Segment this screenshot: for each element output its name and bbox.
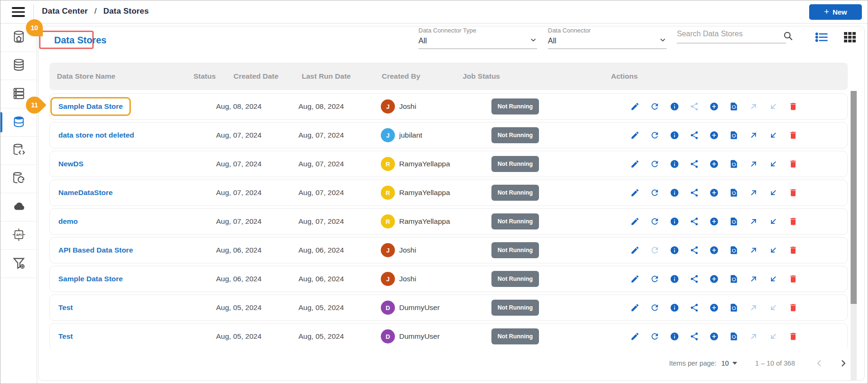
sidebar-item-databases[interactable] xyxy=(0,52,37,80)
share-icon[interactable] xyxy=(690,332,699,341)
data-store-link[interactable]: data store not deleted xyxy=(58,131,134,139)
sidebar-item-cloud[interactable] xyxy=(0,193,37,221)
arrow-down-left-icon[interactable] xyxy=(769,159,778,169)
restore-file-icon[interactable] xyxy=(729,303,739,312)
add-circle-icon[interactable] xyxy=(709,159,719,169)
restore-file-icon[interactable] xyxy=(729,332,739,341)
refresh-icon[interactable] xyxy=(650,303,659,312)
delete-icon[interactable] xyxy=(788,274,798,284)
add-circle-icon[interactable] xyxy=(709,131,719,140)
share-icon[interactable] xyxy=(690,159,699,169)
add-circle-icon[interactable] xyxy=(709,102,719,111)
arrow-up-right-icon[interactable] xyxy=(749,245,758,255)
edit-icon[interactable] xyxy=(630,217,640,226)
edit-icon[interactable] xyxy=(630,274,640,284)
refresh-icon[interactable] xyxy=(650,217,659,226)
arrow-up-right-icon[interactable] xyxy=(749,131,758,140)
info-icon[interactable] xyxy=(670,332,679,341)
arrow-down-left-icon[interactable] xyxy=(769,217,778,226)
data-store-link[interactable]: NewDS xyxy=(58,160,83,168)
share-icon[interactable] xyxy=(690,274,699,284)
delete-icon[interactable] xyxy=(788,245,798,255)
delete-icon[interactable] xyxy=(788,159,798,169)
restore-file-icon[interactable] xyxy=(729,188,739,197)
restore-file-icon[interactable] xyxy=(729,217,739,226)
data-store-link[interactable]: NameDataStore xyxy=(58,188,113,197)
restore-file-icon[interactable] xyxy=(729,102,739,111)
refresh-icon[interactable] xyxy=(650,159,659,169)
add-circle-icon[interactable] xyxy=(709,188,719,197)
restore-file-icon[interactable] xyxy=(729,274,739,284)
arrow-down-left-icon[interactable] xyxy=(769,131,778,140)
delete-icon[interactable] xyxy=(788,102,798,111)
new-button[interactable]: + New xyxy=(809,4,862,20)
data-store-link[interactable]: Sample Data Store xyxy=(50,97,131,116)
delete-icon[interactable] xyxy=(788,188,798,197)
data-store-link[interactable]: Test xyxy=(58,303,73,312)
add-circle-icon[interactable] xyxy=(709,217,719,226)
edit-icon[interactable] xyxy=(630,102,640,111)
delete-icon[interactable] xyxy=(788,217,798,226)
info-icon[interactable] xyxy=(670,102,679,111)
info-icon[interactable] xyxy=(670,303,679,312)
data-store-link[interactable]: Sample Data Store xyxy=(58,275,123,283)
share-icon[interactable] xyxy=(690,245,699,255)
info-icon[interactable] xyxy=(670,245,679,255)
refresh-icon[interactable] xyxy=(650,274,659,284)
delete-icon[interactable] xyxy=(788,303,798,312)
next-page-icon[interactable] xyxy=(837,357,850,369)
arrow-up-right-icon[interactable] xyxy=(749,274,758,284)
refresh-icon[interactable] xyxy=(650,332,659,341)
edit-icon[interactable] xyxy=(630,303,640,312)
info-icon[interactable] xyxy=(670,274,679,284)
add-circle-icon[interactable] xyxy=(709,303,719,312)
add-circle-icon[interactable] xyxy=(709,274,719,284)
scrollbar-thumb[interactable] xyxy=(851,91,857,304)
data-connector-select[interactable]: Data Connector All xyxy=(548,27,667,49)
edit-icon[interactable] xyxy=(630,332,640,341)
sidebar-item-database-code[interactable] xyxy=(0,137,37,165)
add-circle-icon[interactable] xyxy=(709,332,719,341)
arrow-up-right-icon[interactable] xyxy=(749,159,758,169)
share-icon[interactable] xyxy=(690,303,699,312)
delete-icon[interactable] xyxy=(788,332,798,341)
info-icon[interactable] xyxy=(670,159,679,169)
list-view-icon[interactable] xyxy=(815,32,828,45)
arrow-up-right-icon[interactable] xyxy=(749,188,758,197)
arrow-up-right-icon[interactable] xyxy=(749,217,758,226)
data-store-link[interactable]: API Based Data Store xyxy=(58,246,133,254)
breadcrumb-item-data-center[interactable]: Data Center xyxy=(42,7,88,16)
hamburger-menu-icon[interactable] xyxy=(12,7,25,17)
restore-file-icon[interactable] xyxy=(729,131,739,140)
restore-file-icon[interactable] xyxy=(729,245,739,255)
items-per-page-select[interactable]: 10 xyxy=(721,359,737,367)
grid-view-icon[interactable] xyxy=(844,32,856,45)
restore-file-icon[interactable] xyxy=(729,159,739,169)
info-icon[interactable] xyxy=(670,217,679,226)
data-store-link[interactable]: Test xyxy=(58,332,73,341)
delete-icon[interactable] xyxy=(788,131,798,140)
edit-icon[interactable] xyxy=(630,245,640,255)
data-connector-type-select[interactable]: Data Connector Type All xyxy=(418,27,537,49)
refresh-icon[interactable] xyxy=(650,131,659,140)
edit-icon[interactable] xyxy=(630,131,640,140)
sidebar-item-data-funnel[interactable] xyxy=(0,250,37,278)
breadcrumb-item-data-stores[interactable]: Data Stores xyxy=(103,7,149,16)
refresh-icon[interactable] xyxy=(650,188,659,197)
add-circle-icon[interactable] xyxy=(709,245,719,255)
data-store-link[interactable]: demo xyxy=(58,217,78,226)
share-icon[interactable] xyxy=(690,131,699,140)
edit-icon[interactable] xyxy=(630,159,640,169)
refresh-icon[interactable] xyxy=(650,102,659,111)
arrow-down-left-icon[interactable] xyxy=(769,274,778,284)
share-icon[interactable] xyxy=(690,217,699,226)
sidebar-item-api[interactable]: API xyxy=(0,221,37,250)
search-input[interactable] xyxy=(677,30,786,43)
sidebar-item-database-sync[interactable] xyxy=(0,165,37,193)
edit-icon[interactable] xyxy=(630,188,640,197)
search-icon[interactable] xyxy=(783,31,793,43)
info-icon[interactable] xyxy=(670,188,679,197)
info-icon[interactable] xyxy=(670,131,679,140)
share-icon[interactable] xyxy=(690,188,699,197)
arrow-down-left-icon[interactable] xyxy=(769,245,778,255)
